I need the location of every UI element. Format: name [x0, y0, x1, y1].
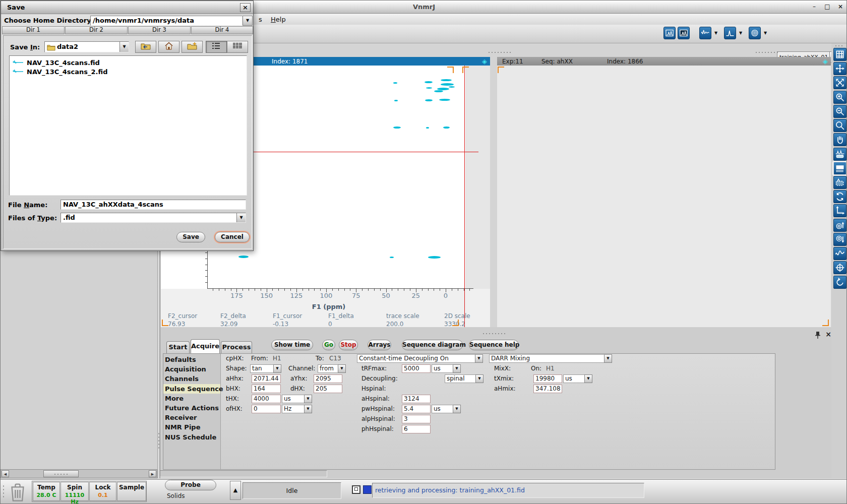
- minimize-icon[interactable]: –: [809, 3, 819, 11]
- dir1-button[interactable]: Dir 1: [2, 26, 65, 34]
- tRFmax-unit-combo[interactable]: us▼: [432, 364, 461, 373]
- peak-icon-button[interactable]: [724, 27, 736, 39]
- left-panel-hscrollbar[interactable]: ◀ ▶: [1, 469, 157, 478]
- save-dialog-titlebar[interactable]: Save ×: [1, 1, 253, 14]
- target-dropdown-icon[interactable]: ▼: [762, 27, 769, 39]
- list-item[interactable]: NAV_13C_4scans.fid: [13, 58, 100, 67]
- dir3-button[interactable]: Dir 3: [128, 26, 191, 34]
- menu-item-tools-fragment[interactable]: s: [259, 16, 262, 23]
- viewport-drag-handle[interactable]: [488, 51, 512, 54]
- aHspinal-field[interactable]: 3124: [402, 395, 431, 403]
- grid-icon[interactable]: [833, 48, 846, 61]
- aHhx-field[interactable]: 2071.44: [252, 374, 281, 383]
- dialog-close-icon[interactable]: ×: [240, 3, 251, 12]
- tXmix-unit-combo[interactable]: us▼: [563, 374, 592, 383]
- pwHspinal-unit-combo[interactable]: us▼: [432, 405, 461, 413]
- aHmix-field[interactable]: 347.108: [533, 385, 562, 393]
- phHspinal-field[interactable]: 6: [402, 425, 431, 433]
- sidebar-item-channels[interactable]: Channels: [163, 374, 220, 384]
- arrays-button[interactable]: Arrays: [368, 340, 391, 350]
- sidebar-item-more[interactable]: More: [163, 394, 220, 403]
- tXmix-field[interactable]: 19980: [533, 374, 562, 383]
- sequence-help-button[interactable]: Sequence help: [469, 340, 519, 350]
- ofHX-field[interactable]: 0: [252, 405, 281, 413]
- pwHspinal-field[interactable]: 5.4: [402, 405, 431, 413]
- chevron-down-icon[interactable]: ▼: [304, 395, 312, 403]
- sidebar-item-nmr-pipe[interactable]: NMR Pipe: [163, 422, 220, 432]
- f1-cursor-line[interactable]: [464, 66, 465, 328]
- viewport2-header[interactable]: Exp:11 Seq: ahXX Index: 1866 ◈: [497, 57, 831, 66]
- hand-icon[interactable]: [833, 133, 846, 146]
- sidebar-item-nus-schedule[interactable]: NUS Schedule: [163, 432, 220, 442]
- tRFmax-field[interactable]: 5000: [402, 364, 431, 373]
- chevron-down-icon[interactable]: ▼: [453, 405, 461, 413]
- cancel-button[interactable]: Cancel: [215, 232, 250, 242]
- home-dir-dropdown-icon[interactable]: ▼: [243, 16, 253, 26]
- show-time-button[interactable]: Show time: [271, 340, 313, 350]
- stop-button[interactable]: Stop: [339, 340, 358, 350]
- target-icon-button[interactable]: [749, 27, 761, 39]
- save-in-combo[interactable]: data2 ▼: [44, 41, 129, 52]
- sidebar-item-future-actions[interactable]: Future Actions: [163, 403, 220, 413]
- status-indicator-checkbox[interactable]: [352, 485, 360, 494]
- dir4-button[interactable]: Dir 4: [191, 26, 253, 34]
- decoupling-combo[interactable]: spinal▼: [445, 374, 483, 383]
- scroll-left-icon[interactable]: ◀: [2, 470, 9, 477]
- sequence-diagram-button[interactable]: Sequence diagram: [402, 340, 463, 350]
- home-dir-input[interactable]: /home/vnmr1/vnmrsys/data: [90, 16, 243, 26]
- chevron-down-icon[interactable]: ▼: [475, 354, 483, 363]
- statusbar-handle-dots[interactable]: [3, 484, 5, 497]
- menu-item-help[interactable]: Help: [271, 16, 286, 23]
- details-view-button[interactable]: [227, 41, 248, 53]
- spectrum-alt-icon-button[interactable]: [678, 27, 690, 39]
- tHX-unit-combo[interactable]: us▼: [282, 395, 312, 403]
- temp-button[interactable]: Temp 28.0 C: [33, 482, 60, 501]
- file-list[interactable]: NAV_13C_4scans.fid NAV_13C_4scans_2.fid: [9, 55, 247, 196]
- ofHX-unit-combo[interactable]: Hz▼: [282, 405, 312, 413]
- fid-icon-button[interactable]: [699, 27, 711, 39]
- expand-status-button[interactable]: ▲: [230, 481, 241, 500]
- dir2-button[interactable]: Dir 2: [65, 26, 128, 34]
- panel-close-icon[interactable]: ×: [824, 330, 832, 339]
- right-toolbar-handle[interactable]: [834, 45, 844, 47]
- fid-dropdown-icon[interactable]: ▼: [712, 27, 719, 39]
- aYhx-field[interactable]: 2095: [314, 374, 342, 383]
- tHX-field[interactable]: 4000: [252, 395, 281, 403]
- chevron-down-icon[interactable]: ▼: [453, 364, 461, 373]
- status-indicator-blue[interactable]: [363, 485, 372, 494]
- rotate-down-icon[interactable]: [833, 233, 846, 246]
- probe-button[interactable]: Probe: [165, 480, 216, 490]
- magnifier-icon[interactable]: [833, 119, 846, 132]
- up-folder-button[interactable]: [135, 41, 156, 53]
- diamond-icon[interactable]: ◈: [482, 57, 487, 65]
- frame-spectrum-icon[interactable]: [833, 176, 846, 189]
- rotate-up-icon[interactable]: [833, 219, 846, 232]
- sidebar-item-pulse-sequence[interactable]: Pulse Sequence: [163, 384, 220, 394]
- redraw-icon[interactable]: [833, 190, 846, 203]
- return-icon[interactable]: [833, 276, 846, 289]
- panel-scroll-groove[interactable]: [160, 470, 327, 477]
- shape-combo[interactable]: tan▼: [250, 364, 281, 373]
- file-name-input[interactable]: NAV_13C_ahXXdata_4scans: [60, 200, 246, 210]
- new-folder-button[interactable]: [182, 41, 203, 53]
- spectrum-icon-button[interactable]: [663, 27, 676, 39]
- splitter-handle-dots[interactable]: [158, 432, 160, 450]
- chevron-down-icon[interactable]: ▼: [304, 405, 312, 413]
- chevron-down-icon[interactable]: ▼: [119, 42, 129, 52]
- trace-box-icon[interactable]: [833, 162, 846, 175]
- files-of-type-combo[interactable]: .fid ▼: [60, 213, 246, 223]
- list-view-button[interactable]: [206, 41, 227, 53]
- chevron-down-icon[interactable]: ▼: [236, 213, 246, 222]
- darr-mixing-combo[interactable]: DARR Mixing▼: [489, 354, 612, 363]
- tab-acquire[interactable]: Acquire: [191, 339, 220, 353]
- zoom-in-icon[interactable]: [833, 91, 846, 104]
- trash-icon[interactable]: [10, 482, 26, 502]
- spin-button[interactable]: Spin 11110 Hz: [60, 482, 89, 501]
- chevron-down-icon[interactable]: ▼: [338, 364, 346, 373]
- maximize-icon[interactable]: □: [822, 3, 832, 11]
- bHX-field[interactable]: 164: [252, 385, 281, 393]
- dHX-field[interactable]: 205: [314, 385, 342, 393]
- save-button[interactable]: Save: [176, 232, 205, 242]
- viewport-drag-handle-2[interactable]: [755, 51, 779, 54]
- axis-expand-icon[interactable]: [833, 204, 846, 217]
